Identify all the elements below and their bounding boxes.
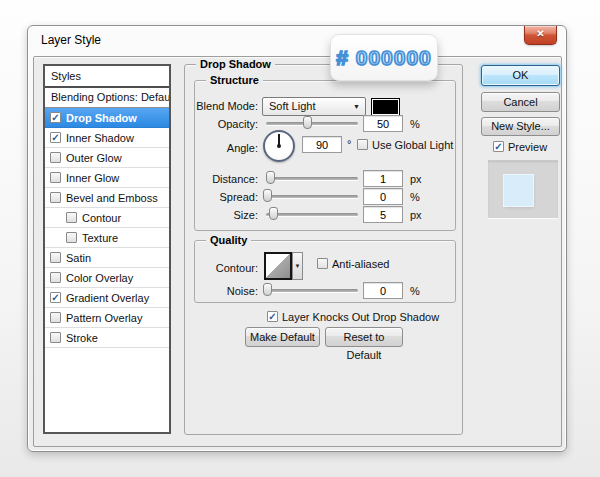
noise-slider[interactable] — [266, 289, 358, 292]
reset-to-default-button[interactable]: Reset to Default — [325, 327, 403, 347]
styles-list-item-stroke[interactable]: Stroke — [45, 328, 169, 348]
hex-color-badge: # 000000 — [330, 34, 438, 81]
contour-thumbnail[interactable] — [264, 252, 292, 280]
anti-aliased-label: Anti-aliased — [332, 258, 389, 271]
styles-list-item-label: Inner Shadow — [66, 132, 134, 144]
quality-group: Quality Contour: ▼ Anti-aliased Noise: % — [194, 240, 456, 303]
checkbox[interactable]: ✓ — [50, 292, 61, 303]
use-global-light-label: Use Global Light — [372, 139, 453, 152]
checkbox[interactable] — [50, 252, 61, 263]
checkbox[interactable] — [50, 272, 61, 283]
preview-label: Preview — [508, 141, 547, 154]
styles-list-item-satin[interactable]: Satin — [45, 248, 169, 268]
spread-slider[interactable] — [266, 195, 358, 198]
noise-label: Noise: — [195, 285, 258, 298]
styles-list-item-label: Inner Glow — [66, 172, 119, 184]
size-label: Size: — [195, 209, 258, 222]
blend-mode-value: Soft Light — [269, 100, 315, 112]
spread-slider-thumb[interactable] — [263, 189, 272, 202]
distance-slider-thumb[interactable] — [266, 171, 275, 184]
styles-list-item-texture[interactable]: Texture — [45, 228, 169, 248]
styles-list-item-gradient-overlay[interactable]: ✓Gradient Overlay — [45, 288, 169, 308]
styles-list-item-contour[interactable]: Contour — [45, 208, 169, 228]
checkbox[interactable] — [50, 152, 61, 163]
close-icon[interactable]: ✕ — [524, 26, 557, 45]
styles-list-item-label: Satin — [66, 252, 91, 264]
dialog-content: Styles Blending Options: Default ✓Drop S… — [33, 56, 562, 447]
opacity-input[interactable] — [363, 115, 403, 132]
size-unit: px — [410, 209, 422, 222]
checkbox[interactable] — [50, 332, 61, 343]
structure-group-title: Structure — [206, 74, 263, 87]
structure-group: Structure Blend Mode: Soft Light ▼ Opaci… — [194, 80, 456, 231]
styles-list-item-pattern-overlay[interactable]: Pattern Overlay — [45, 308, 169, 328]
styles-list-item-drop-shadow[interactable]: ✓Drop Shadow — [45, 108, 169, 128]
distance-unit: px — [410, 173, 422, 186]
layer-knocks-out-checkbox[interactable]: ✓ — [267, 311, 278, 322]
styles-list-item-label: Bevel and Emboss — [66, 192, 158, 204]
cancel-button[interactable]: Cancel — [481, 92, 560, 112]
layer-knocks-out-label: Layer Knocks Out Drop Shadow — [282, 311, 439, 324]
styles-list-item-label: Texture — [82, 232, 118, 244]
shadow-color-swatch[interactable] — [371, 98, 400, 116]
styles-list-item-blending-options[interactable]: Blending Options: Default — [45, 88, 169, 108]
checkbox[interactable] — [50, 192, 61, 203]
checkbox[interactable]: ✓ — [50, 132, 61, 143]
styles-list: Styles Blending Options: Default ✓Drop S… — [43, 64, 171, 434]
noise-slider-thumb[interactable] — [263, 283, 272, 296]
noise-input[interactable] — [363, 282, 403, 299]
layer-style-dialog: Layer Style ✕ Styles Blending Options: D… — [27, 25, 567, 452]
spread-unit: % — [410, 191, 420, 204]
new-style-button[interactable]: New Style... — [481, 117, 560, 136]
angle-label: Angle: — [195, 142, 258, 155]
preview-panel — [488, 160, 558, 218]
noise-unit: % — [410, 285, 420, 298]
styles-list-item-outer-glow[interactable]: Outer Glow — [45, 148, 169, 168]
use-global-light-checkbox[interactable] — [357, 139, 368, 150]
checkbox[interactable] — [66, 232, 77, 243]
size-slider[interactable] — [266, 213, 358, 216]
drop-shadow-group: Drop Shadow Structure Blend Mode: Soft L… — [184, 64, 463, 435]
distance-label: Distance: — [195, 173, 258, 186]
contour-label: Contour: — [195, 262, 258, 275]
quality-group-title: Quality — [206, 234, 251, 247]
checkbox[interactable] — [66, 212, 77, 223]
styles-list-item-inner-glow[interactable]: Inner Glow — [45, 168, 169, 188]
angle-unit: ° — [347, 138, 351, 151]
distance-slider[interactable] — [266, 177, 358, 180]
ok-button[interactable]: OK — [481, 65, 560, 86]
styles-list-item-label: Color Overlay — [66, 272, 133, 284]
distance-input[interactable] — [363, 170, 403, 187]
styles-list-item-color-overlay[interactable]: Color Overlay — [45, 268, 169, 288]
styles-list-item-bevel-and-emboss[interactable]: Bevel and Emboss — [45, 188, 169, 208]
make-default-button[interactable]: Make Default — [245, 327, 320, 347]
size-input[interactable] — [363, 206, 403, 223]
checkbox[interactable] — [50, 172, 61, 183]
drop-shadow-group-title: Drop Shadow — [196, 58, 275, 71]
angle-dial-hub — [277, 144, 281, 148]
opacity-slider[interactable] — [266, 122, 358, 125]
blend-mode-select[interactable]: Soft Light ▼ — [262, 97, 366, 116]
blend-mode-label: Blend Mode: — [195, 100, 258, 113]
preview-checkbox[interactable]: ✓ — [493, 141, 504, 152]
angle-input[interactable] — [302, 136, 342, 153]
checkbox[interactable]: ✓ — [50, 112, 61, 123]
checkbox[interactable] — [50, 312, 61, 323]
styles-list-item-label: Stroke — [66, 332, 98, 344]
styles-list-item-label: Contour — [82, 212, 121, 224]
spread-label: Spread: — [195, 191, 258, 204]
chevron-down-icon: ▼ — [353, 98, 360, 116]
contour-dropdown-arrow-icon[interactable]: ▼ — [292, 252, 303, 280]
angle-dial[interactable] — [263, 130, 295, 162]
styles-list-items: ✓Drop Shadow✓Inner ShadowOuter GlowInner… — [45, 108, 169, 348]
styles-list-item-inner-shadow[interactable]: ✓Inner Shadow — [45, 128, 169, 148]
opacity-label: Opacity: — [195, 118, 258, 131]
spread-input[interactable] — [363, 188, 403, 205]
opacity-slider-thumb[interactable] — [303, 116, 312, 129]
styles-list-item-label: Pattern Overlay — [66, 312, 142, 324]
styles-list-header: Styles — [45, 66, 169, 88]
styles-list-item-label: Gradient Overlay — [66, 292, 149, 304]
styles-list-item-label: Outer Glow — [66, 152, 122, 164]
anti-aliased-checkbox[interactable] — [317, 258, 328, 269]
size-slider-thumb[interactable] — [269, 207, 278, 220]
